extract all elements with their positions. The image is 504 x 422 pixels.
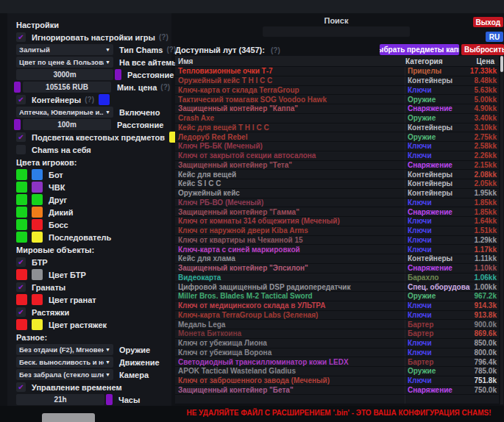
checkbox-quest-highlight[interactable]: ✔ (16, 132, 26, 142)
checkbox-time-control[interactable]: ✔ (16, 382, 26, 392)
checkbox-ignore-game[interactable]: ✔ (16, 32, 26, 42)
table-row[interactable]: Тепловизионные очки Т-7 Прицелы 17.33kk (175, 67, 499, 76)
color-swatch-primary[interactable] (16, 319, 27, 330)
table-row[interactable]: Монета Биткоина Бартер 869.6k (175, 329, 499, 339)
table-row[interactable]: Защищенный контейнер "Гамма" Снаряжение … (175, 207, 499, 217)
table-row[interactable]: Ключ от заброшенного завода (Меченый) Кл… (175, 376, 499, 386)
items-distance-slider[interactable]: 100m (23, 119, 111, 130)
search-input[interactable] (263, 26, 410, 37)
table-row[interactable]: Ключ-карта с синей маркировкой Ключи 1.1… (175, 245, 499, 254)
color-swatch-primary[interactable] (16, 169, 27, 180)
table-row[interactable]: Светодиодный трансиллюминатор кожи LEDX … (175, 357, 499, 367)
table-row[interactable]: Защищенный контейнер "Каппа" Снаряжение … (175, 104, 499, 114)
containers-filter-dropdown[interactable]: Аптечка, Ювелирные и... ▼ (16, 107, 113, 118)
color-swatch-secondary[interactable] (32, 207, 43, 218)
discard-all-button[interactable]: Выбросить все (461, 44, 504, 55)
table-row[interactable]: Защищенный контейнер "Эпсилон" Снаряжени… (175, 264, 499, 273)
settings-panel: Настройки ✔ Игнорировать настройки игры … (7, 13, 171, 406)
table-row[interactable]: APOK Tactical Wasteland Gladius Оружие 7… (175, 367, 499, 376)
table-row[interactable]: Цифровой защищенный DSP радиопередатчик … (175, 282, 499, 292)
help-icon[interactable]: (?) (271, 46, 280, 54)
column-name[interactable]: Имя (175, 57, 405, 65)
table-row[interactable] (175, 395, 499, 404)
movement-dropdown[interactable]: Беск. выносливость и нет уста ▼ (16, 357, 113, 368)
color-swatch-primary[interactable] (16, 194, 27, 205)
distance-slider[interactable]: 3000m (16, 69, 113, 80)
slider-handle[interactable] (14, 82, 21, 93)
item-name: Ключ от наружной двери Kiba Arms (175, 226, 405, 235)
checkbox[interactable]: ✔ (16, 282, 26, 292)
table-scrollbar[interactable] (500, 56, 503, 404)
min-price-label: Мин. цена (117, 83, 157, 92)
table-row[interactable]: Кейс для вещей Контейнеры 2.08kk (175, 170, 499, 179)
table-row[interactable]: Защищенный контейнер "Бета" Снаряжение 7… (175, 386, 499, 396)
table-row[interactable]: Ключ РБ-ВО (Меченый) Ключи 1.85kk (175, 199, 499, 208)
item-category: Оружие (405, 292, 470, 301)
table-row[interactable]: Ключ РБ-БК (Меченый) Ключи 2.58kk (175, 142, 499, 151)
table-row[interactable]: Ключ от убежища Ворона Ключи 800.0k (175, 348, 499, 358)
help-icon[interactable]: (?) (159, 33, 168, 41)
color-swatch-secondary[interactable] (32, 319, 43, 330)
table-row[interactable]: Ледоруб Red Rebel Оружие 2.75kk (175, 132, 499, 142)
table-row[interactable]: Ключ от квартиры на Чеканной 15 Ключи 1.… (175, 236, 499, 246)
hours-slider[interactable]: 21h (16, 394, 104, 405)
min-price-slider[interactable]: 105156 RUB (23, 82, 111, 93)
scrollbar-thumb[interactable] (500, 56, 503, 72)
table-row[interactable]: Медаль Lega Бартер 900.0k (175, 320, 499, 329)
table-row[interactable]: Оружейный кейс Контейнеры 1.95kk (175, 189, 499, 199)
item-price: 2.15kk (470, 161, 499, 170)
item-category: Контейнеры (405, 76, 470, 85)
color-swatch-primary[interactable] (16, 182, 27, 193)
table-row[interactable]: Кейс S I C C Контейнеры 2.05kk (175, 179, 499, 189)
table-row[interactable]: Тактический томагавк SOG Voodoo Hawk Ору… (175, 95, 499, 104)
checkbox[interactable]: ✔ (16, 307, 26, 317)
apply-mode-dropdown[interactable]: Цвет по цене & Пользователь ▼ (16, 57, 113, 68)
select-kappa-items-button[interactable]: Выбрать предметы каппа (380, 44, 459, 55)
table-row[interactable]: Защищенный контейнер "Тета" Снаряжение 2… (175, 161, 499, 171)
color-swatch-primary[interactable] (16, 232, 27, 243)
color-swatch-secondary[interactable] (32, 182, 43, 193)
table-row[interactable]: Кейс для хлама Контейнеры 1.11kk (175, 254, 499, 264)
color-swatch-secondary[interactable] (32, 269, 43, 280)
help-icon[interactable]: (?) (160, 83, 170, 91)
color-swatch-primary[interactable] (16, 269, 27, 280)
table-row[interactable]: Ключ от медицинского склада в УЛЬТРА Клю… (175, 301, 499, 311)
language-button[interactable]: RU (486, 32, 503, 42)
table-row[interactable]: Ключ от наружной двери Kiba Arms Ключи 1… (175, 226, 499, 236)
table-row[interactable]: Ключ от комнаты 314 общежития (Меченый) … (175, 217, 499, 226)
table-row[interactable]: Miller Bros. Blades M-2 Tactical Sword О… (175, 292, 499, 301)
slider-handle[interactable] (115, 69, 121, 80)
hours-slider-row: 21h Часы (7, 393, 171, 406)
checkbox-containers[interactable]: ✔ (16, 95, 26, 104)
column-price[interactable]: Цена (470, 57, 499, 65)
table-row[interactable]: Кейс для вещей Т Н I С С Контейнеры 3.10… (175, 124, 499, 133)
table-row[interactable]: Видеокарта Барахло 1.06kk (175, 273, 499, 283)
table-row[interactable]: Ключ-карта от склада TerraGroup Ключи 5.… (175, 86, 499, 96)
help-icon[interactable]: (?) (85, 96, 94, 104)
table-row[interactable]: Ключ-карта TerraGroup Labs (Зеленая) Клю… (175, 311, 499, 321)
time-control-label: Управление временем (32, 383, 122, 392)
color-swatch-secondary[interactable] (32, 194, 43, 205)
chams-type-dropdown[interactable]: Залитый ▼ (16, 44, 113, 55)
color-swatch-primary[interactable] (16, 294, 27, 305)
table-row[interactable]: Оружейный кейс Т Н I С С Контейнеры 8.48… (175, 76, 499, 86)
table-row[interactable]: Ключ от закрытой секции автосалона Ключи… (175, 151, 499, 161)
exit-button[interactable]: Выход (473, 17, 503, 27)
color-swatch-primary[interactable] (16, 207, 27, 218)
containers-color-swatch[interactable] (99, 94, 110, 105)
camera-dropdown[interactable]: Без забрала (стекло шлема) ▼ (16, 369, 113, 380)
color-swatch-secondary[interactable] (32, 169, 43, 180)
weapon-dropdown[interactable]: Без отдачи (F2), Мгновенное п ▼ (16, 344, 113, 355)
slider-handle[interactable] (106, 394, 113, 405)
column-category[interactable]: Категория (405, 57, 470, 65)
table-row[interactable]: Ключ от убежища Лиона Ключи 850.0k (175, 339, 499, 348)
color-swatch-secondary[interactable] (32, 232, 43, 243)
checkbox[interactable]: ✔ (16, 257, 26, 267)
color-swatch-secondary[interactable] (32, 294, 43, 305)
checkbox-chams-self[interactable] (16, 145, 26, 154)
table-row[interactable]: Crash Axe Оружие 3.40kk (175, 114, 499, 124)
item-name: Кейс S I C C (175, 179, 405, 188)
color-swatch-primary[interactable] (16, 219, 27, 230)
slider-handle[interactable] (14, 119, 21, 130)
color-swatch-secondary[interactable] (32, 219, 43, 230)
